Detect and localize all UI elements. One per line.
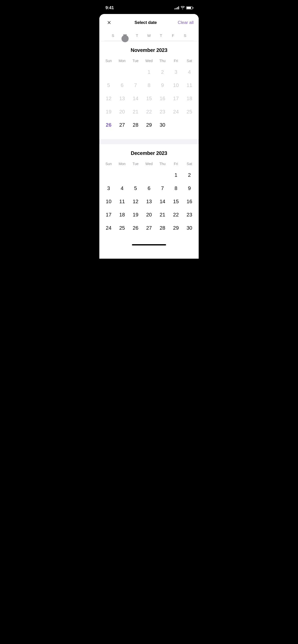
- weekday-dot: [121, 35, 129, 42]
- nov-day-18[interactable]: 18: [183, 92, 196, 105]
- nov-day-16[interactable]: 16: [156, 92, 169, 105]
- nov-day-20[interactable]: 20: [115, 105, 129, 118]
- nov-header-sun: Sun: [102, 57, 115, 64]
- status-icons: [174, 6, 193, 10]
- dec-day-19[interactable]: 19: [129, 208, 142, 221]
- nov-day-26-today[interactable]: 26: [102, 118, 115, 131]
- nov-day-5[interactable]: 5: [102, 79, 115, 92]
- dec-day-9[interactable]: 9: [183, 182, 196, 195]
- nov-empty-2: [115, 65, 129, 79]
- nov-day-3[interactable]: 3: [169, 65, 183, 79]
- dec-empty-4: [142, 168, 156, 182]
- dec-day-1[interactable]: 1: [169, 168, 183, 182]
- nov-header-mon: Mon: [115, 57, 129, 64]
- dec-day-4[interactable]: 4: [115, 182, 129, 195]
- nov-day-11[interactable]: 11: [183, 79, 196, 92]
- phone-container: 9:41 ✕ Sele: [99, 0, 199, 259]
- dec-day-15[interactable]: 15: [169, 195, 183, 208]
- nov-day-30[interactable]: 30: [156, 118, 169, 131]
- nov-header-thu: Thu: [156, 57, 169, 64]
- home-bar: [132, 244, 166, 245]
- dec-day-8[interactable]: 8: [169, 182, 183, 195]
- dec-week-4: 17 18 19 20 21 22 23: [102, 208, 196, 221]
- nov-day-13[interactable]: 13: [115, 92, 129, 105]
- dec-day-5[interactable]: 5: [129, 182, 142, 195]
- nov-day-22[interactable]: 22: [142, 105, 156, 118]
- dec-day-21[interactable]: 21: [156, 208, 169, 221]
- nov-day-12[interactable]: 12: [102, 92, 115, 105]
- november-section: November 2023 Sun Mon Tue Wed Thu Fri Sa…: [99, 41, 199, 139]
- nov-day-21[interactable]: 21: [129, 105, 142, 118]
- dec-day-2[interactable]: 2: [183, 168, 196, 182]
- dec-day-6[interactable]: 6: [142, 182, 156, 195]
- dec-day-12[interactable]: 12: [129, 195, 142, 208]
- month-divider: [99, 139, 199, 144]
- dec-day-24[interactable]: 24: [102, 221, 115, 235]
- nov-day-8[interactable]: 8: [142, 79, 156, 92]
- nov-empty-end-1: [169, 118, 183, 131]
- dec-day-16[interactable]: 16: [183, 195, 196, 208]
- nov-day-14[interactable]: 14: [129, 92, 142, 105]
- nov-day-7[interactable]: 7: [129, 79, 142, 92]
- dec-day-23[interactable]: 23: [183, 208, 196, 221]
- dec-day-22[interactable]: 22: [169, 208, 183, 221]
- dec-day-28[interactable]: 28: [156, 221, 169, 235]
- nov-empty-end-2: [183, 118, 196, 131]
- nov-day-1[interactable]: 1: [142, 65, 156, 79]
- weekday-sat: S: [179, 33, 191, 38]
- header-title: Select date: [134, 20, 157, 25]
- nov-day-17[interactable]: 17: [169, 92, 183, 105]
- nov-week-3: 12 13 14 15 16 17 18: [102, 92, 196, 105]
- nov-day-10[interactable]: 10: [169, 79, 183, 92]
- close-button[interactable]: ✕: [104, 18, 114, 27]
- dec-header-sat: Sat: [183, 160, 196, 167]
- november-day-headers: Sun Mon Tue Wed Thu Fri Sat: [102, 57, 196, 64]
- battery-icon: [186, 6, 193, 9]
- nov-day-4[interactable]: 4: [183, 65, 196, 79]
- nov-day-2[interactable]: 2: [156, 65, 169, 79]
- nov-day-29[interactable]: 29: [142, 118, 156, 131]
- dec-header-wed: Wed: [142, 160, 156, 167]
- nov-week-5: 26 27 28 29 30: [102, 118, 196, 131]
- nov-day-23[interactable]: 23: [156, 105, 169, 118]
- dec-day-14[interactable]: 14: [156, 195, 169, 208]
- dec-day-20[interactable]: 20: [142, 208, 156, 221]
- status-time: 9:41: [105, 5, 114, 10]
- home-indicator: [99, 242, 199, 248]
- dec-day-3[interactable]: 3: [102, 182, 115, 195]
- dec-day-10[interactable]: 10: [102, 195, 115, 208]
- dec-day-30[interactable]: 30: [183, 221, 196, 235]
- dec-day-18[interactable]: 18: [115, 208, 129, 221]
- nov-day-28[interactable]: 28: [129, 118, 142, 131]
- dec-week-3: 10 11 12 13 14 15 16: [102, 195, 196, 208]
- nov-day-24[interactable]: 24: [169, 105, 183, 118]
- clear-all-button[interactable]: Clear all: [178, 20, 194, 25]
- nov-day-9[interactable]: 9: [156, 79, 169, 92]
- november-grid: 1 2 3 4 5 6 7 8 9 10 11: [102, 65, 196, 131]
- nov-empty-1: [102, 65, 115, 79]
- status-bar: 9:41: [99, 0, 199, 13]
- weekday-wed: W: [143, 33, 155, 38]
- dec-day-26[interactable]: 26: [129, 221, 142, 235]
- nov-header-sat: Sat: [183, 57, 196, 64]
- nov-week-4: 19 20 21 22 23 24 25: [102, 105, 196, 118]
- dec-day-13[interactable]: 13: [142, 195, 156, 208]
- nov-day-27[interactable]: 27: [115, 118, 129, 131]
- dec-empty-3: [129, 168, 142, 182]
- nov-day-19[interactable]: 19: [102, 105, 115, 118]
- dec-day-11[interactable]: 11: [115, 195, 129, 208]
- dec-empty-1: [102, 168, 115, 182]
- dec-header-fri: Fri: [169, 160, 183, 167]
- calendar-scroll[interactable]: November 2023 Sun Mon Tue Wed Thu Fri Sa…: [99, 41, 199, 259]
- dec-day-17[interactable]: 17: [102, 208, 115, 221]
- nov-day-15[interactable]: 15: [142, 92, 156, 105]
- dec-day-29[interactable]: 29: [169, 221, 183, 235]
- nov-day-6[interactable]: 6: [115, 79, 129, 92]
- dec-day-7[interactable]: 7: [156, 182, 169, 195]
- dec-day-27[interactable]: 27: [142, 221, 156, 235]
- dec-day-25[interactable]: 25: [115, 221, 129, 235]
- weekday-tue: T: [131, 33, 143, 38]
- nov-day-25[interactable]: 25: [183, 105, 196, 118]
- dec-empty-2: [115, 168, 129, 182]
- november-title: November 2023: [102, 41, 196, 57]
